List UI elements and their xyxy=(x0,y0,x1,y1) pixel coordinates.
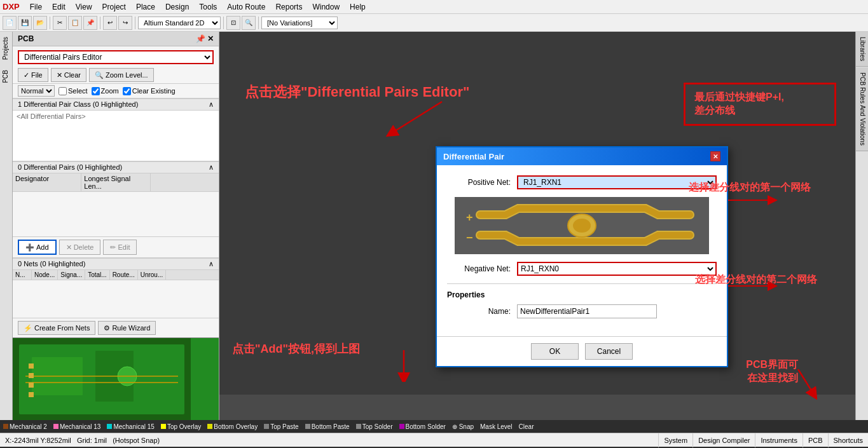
layer-label-mech2: Mechanical 2 xyxy=(10,423,47,430)
section3-text: 0 Nets (0 Highlighted) xyxy=(18,260,85,268)
main-layout: Projects PCB PCB 📌 ✕ Differential Pairs … xyxy=(0,32,868,420)
pcb-preview-svg xyxy=(13,338,191,420)
pcb-rules-tab[interactable]: PCB Rules And Violations xyxy=(856,67,868,151)
status-bar: X:-2243mil Y:8252mil Grid: 1mil (Hotspot… xyxy=(0,433,868,447)
clear-existing-text: Clear Existing xyxy=(132,87,176,95)
sep4 xyxy=(223,17,224,29)
layer-label-snap: ⊕ Snap xyxy=(452,423,474,430)
zoom-fit-btn[interactable]: ⊡ xyxy=(226,16,240,30)
clear-existing-checkbox[interactable] xyxy=(123,87,131,95)
menu-design[interactable]: Design xyxy=(160,1,194,13)
all-pairs-item[interactable]: <All Differential Pairs> xyxy=(14,112,217,121)
redo-btn[interactable]: ↪ xyxy=(118,16,132,30)
normal-select[interactable]: Normal xyxy=(18,85,55,97)
nets-col-sig: Signa... xyxy=(58,270,85,280)
layer-mech13[interactable]: Mechanical 13 xyxy=(50,423,104,430)
rule-wizard-button[interactable]: ⚙ Rule Wizard xyxy=(98,321,156,335)
section1-expand[interactable]: ∧ xyxy=(209,100,214,109)
toolbar-1: 📄 💾 📂 ✂ 📋 📌 ↩ ↪ Altium Standard 2D ⊡ 🔍 [… xyxy=(0,14,868,32)
layer-top-paste[interactable]: Top Paste xyxy=(261,423,301,430)
system-status[interactable]: System xyxy=(658,433,692,447)
zoom-in-btn[interactable]: 🔍 xyxy=(242,16,256,30)
menu-view[interactable]: View xyxy=(71,1,97,13)
apply-button[interactable]: ✓ File xyxy=(18,68,48,82)
layer-mech15[interactable]: Mechanical 15 xyxy=(104,423,157,430)
layer-label-bottom-paste: Bottom Paste xyxy=(312,423,350,430)
layer-dot-bottom-paste xyxy=(305,424,310,429)
clear-button[interactable]: ✕ Clear xyxy=(51,68,86,82)
diff-pairs-table: Designator Longest Signal Len... xyxy=(13,173,219,237)
nets-col-n: N... xyxy=(13,270,32,280)
add-button[interactable]: ➕ Add xyxy=(18,240,57,255)
coords-text: X:-2243mil Y:8252mil xyxy=(5,437,71,444)
svg-line-20 xyxy=(798,369,814,395)
menu-edit[interactable]: Edit xyxy=(47,1,71,13)
save-btn[interactable]: 💾 xyxy=(18,16,32,30)
menu-place[interactable]: Place xyxy=(131,1,160,13)
pcb-tab-left[interactable]: PCB xyxy=(0,65,12,88)
layer-clear[interactable]: Clear xyxy=(516,423,537,430)
negative-net-select[interactable]: RJ1_RXN0 xyxy=(517,262,717,276)
layer-bottom-solder[interactable]: Bottom Solder xyxy=(396,423,449,430)
edit-button[interactable]: ✏ Edit xyxy=(103,240,137,255)
open-btn[interactable]: 📂 xyxy=(33,16,47,30)
section2-expand[interactable]: ∧ xyxy=(209,163,214,172)
layer-mask-level[interactable]: Mask Level xyxy=(477,423,516,430)
arrow-net2 xyxy=(728,276,779,295)
layer-snap[interactable]: ⊕ Snap xyxy=(449,423,477,430)
panel-pin-btn[interactable]: 📌 ✕ xyxy=(196,34,214,43)
layer-top-solder[interactable]: Top Solder xyxy=(353,423,396,430)
variations-combo[interactable]: [No Variations] xyxy=(261,17,338,29)
apply-label: File xyxy=(31,71,43,79)
layer-top-overlay[interactable]: Top Overlay xyxy=(158,423,204,430)
delete-button[interactable]: ✕ Delete xyxy=(59,240,101,255)
editor-dropdown[interactable]: Differential Pairs Editor xyxy=(18,50,214,64)
status-left: X:-2243mil Y:8252mil Grid: 1mil (Hotspot… xyxy=(0,437,658,444)
new-btn[interactable]: 📄 xyxy=(3,16,17,30)
menu-project[interactable]: Project xyxy=(97,1,131,13)
copy-btn[interactable]: 📋 xyxy=(68,16,82,30)
arrow-add xyxy=(397,344,448,382)
name-input[interactable] xyxy=(517,304,657,318)
name-label: Name: xyxy=(447,307,511,316)
section3-expand[interactable]: ∧ xyxy=(209,260,214,268)
menu-help[interactable]: Help xyxy=(345,1,371,13)
dialog-title-bar[interactable]: Differential Pair ✕ xyxy=(437,147,727,165)
menu-tools[interactable]: Tools xyxy=(194,1,222,13)
create-icon: ⚡ xyxy=(24,324,32,332)
layer-dot-top-overlay xyxy=(161,424,166,429)
paste-btn[interactable]: 📌 xyxy=(83,16,97,30)
cut-btn[interactable]: ✂ xyxy=(53,16,67,30)
menu-autoroute[interactable]: Auto Route xyxy=(222,1,270,13)
view-combo[interactable]: Altium Standard 2D xyxy=(138,17,221,29)
menu-file[interactable]: File xyxy=(25,1,47,13)
ok-button[interactable]: OK xyxy=(531,343,579,360)
menu-window[interactable]: Window xyxy=(307,1,345,13)
create-from-nets-button[interactable]: ⚡ Create From Nets xyxy=(18,321,95,335)
zoom-checkbox[interactable] xyxy=(92,87,100,95)
select-checkbox[interactable] xyxy=(59,87,67,95)
cancel-button[interactable]: Cancel xyxy=(585,343,633,360)
zoom-level-button[interactable]: 🔍 Zoom Level... xyxy=(89,68,154,82)
arrow-net1 xyxy=(728,191,779,210)
layer-mech2[interactable]: Mechanical 2 xyxy=(0,423,50,430)
menu-reports[interactable]: Reports xyxy=(270,1,307,13)
shortcuts-status[interactable]: Shortcuts xyxy=(828,433,868,447)
layer-bottom-overlay[interactable]: Bottom Overlay xyxy=(204,423,261,430)
zoom-checkbox-label[interactable]: Zoom xyxy=(92,87,119,95)
pcb-status[interactable]: PCB xyxy=(803,433,828,447)
projects-tab[interactable]: Projects xyxy=(0,32,12,65)
undo-btn[interactable]: ↩ xyxy=(103,16,117,30)
layer-bottom-paste[interactable]: Bottom Paste xyxy=(302,423,353,430)
select-checkbox-label[interactable]: Select xyxy=(59,87,88,95)
instruments-status[interactable]: Instruments xyxy=(755,433,802,447)
dialog-close-button[interactable]: ✕ xyxy=(710,151,720,161)
libraries-tab[interactable]: Libraries xyxy=(856,32,868,67)
sep3 xyxy=(135,17,135,29)
clear-existing-label[interactable]: Clear Existing xyxy=(123,87,176,95)
layer-label-clear: Clear xyxy=(519,423,534,430)
positive-net-select[interactable]: RJ1_RXN1 xyxy=(517,175,717,189)
design-compiler-status[interactable]: Design Compiler xyxy=(692,433,755,447)
sep2 xyxy=(100,17,100,29)
section2-text: 0 Differential Pairs (0 Highlighted) xyxy=(18,163,122,171)
